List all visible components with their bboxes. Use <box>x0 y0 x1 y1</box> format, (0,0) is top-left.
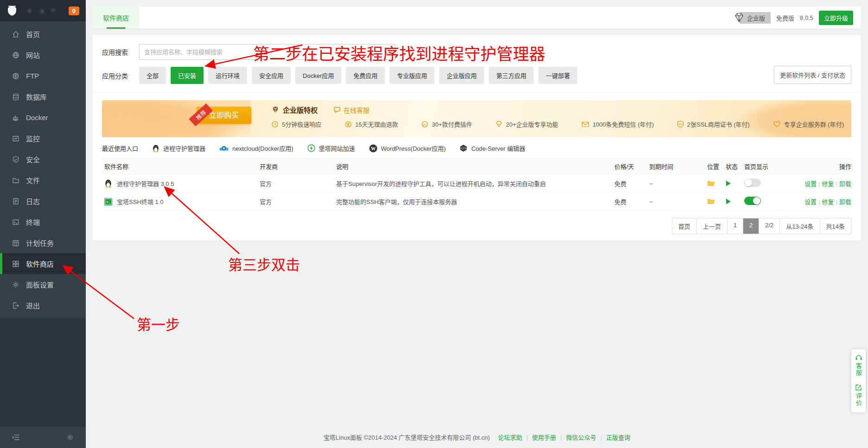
banner-right: 企业版特权 在线客服 5分钟极速响应 <box>271 105 844 128</box>
online-service-link[interactable]: 在线客服 <box>333 105 370 115</box>
category-one-click-deploy[interactable]: 一键部署 <box>538 67 577 84</box>
copyright-text: 宝塔Linux面板 ©2014-2024 广东堡塔安全技术有限公司 (bt.cn… <box>324 434 490 441</box>
category-enterprise-apps[interactable]: 企业版应用 <box>439 67 484 84</box>
running-play-icon[interactable] <box>726 198 744 205</box>
upgrade-now-button[interactable]: 立即升级 <box>819 11 853 25</box>
app-search-input[interactable] <box>139 44 396 60</box>
diamond-filled-icon <box>271 106 280 114</box>
logout-icon <box>12 302 19 309</box>
page-first[interactable]: 首页 <box>672 218 697 234</box>
sidebar-item-website[interactable]: 网站 <box>0 45 86 65</box>
repair-link[interactable]: 修复 <box>822 198 834 205</box>
blurred-server-name <box>22 7 58 14</box>
software-table: 软件名称 开发商 说明 价格/天 到期时间 位置 状态 首页显示 操作 进程守护… <box>102 158 851 211</box>
category-installed[interactable]: 已安装 <box>171 67 204 84</box>
category-pro-apps[interactable]: 专业版应用 <box>389 67 434 84</box>
category-free-apps[interactable]: 免费应用 <box>346 67 385 84</box>
sidebar-item-ftp[interactable]: FTP <box>0 65 86 86</box>
open-folder-icon[interactable] <box>707 198 726 205</box>
app-name[interactable]: 宝塔SSH终端 1.0 <box>117 197 163 206</box>
app-store-panel: 应用搜索 应用分类 全部 已安装 运行环境 安全应用 Docker应用 免费应用… <box>93 35 861 241</box>
update-software-list-button[interactable]: 更新软件列表 / 支付状态 <box>774 66 851 84</box>
manual-link[interactable]: 使用手册 <box>532 434 556 441</box>
recent-item-nextcloud[interactable]: nextcloud(Docker应用) <box>219 144 294 153</box>
sidebar-item-home[interactable]: 首页 <box>0 24 86 45</box>
page-1[interactable]: 1 <box>728 218 743 234</box>
page-prev[interactable]: 上一页 <box>697 218 728 234</box>
message-count-badge[interactable]: 0 <box>69 6 79 15</box>
recent-item-site-speed[interactable]: 堡塔网站加速 <box>307 144 355 153</box>
sidebar-item-monitor[interactable]: 监控 <box>0 128 86 149</box>
edit-pencil-icon <box>855 384 862 391</box>
calendar-icon <box>12 239 19 247</box>
running-play-icon[interactable] <box>726 180 744 186</box>
sidebar-item-cron[interactable]: 计划任务 <box>0 232 86 253</box>
table-row-supervisor[interactable]: 进程守护管理器 3.0.5 官方 基于Supervisor开发的进程守护工具，可… <box>102 174 851 192</box>
recent-label: 最近使用入口 <box>102 144 138 153</box>
app-name[interactable]: 进程守护管理器 3.0.5 <box>117 179 174 188</box>
forum-help-link[interactable]: 论坛求助 <box>498 434 522 441</box>
sidebar-item-app-store[interactable]: 软件商店 <box>0 253 86 274</box>
headset-icon <box>855 354 862 361</box>
genuine-check-link[interactable]: 正版查询 <box>606 434 630 441</box>
diamond-outline-icon <box>733 13 745 23</box>
category-all[interactable]: 全部 <box>139 67 166 84</box>
open-folder-icon[interactable] <box>707 180 726 187</box>
logo-bar: 0 <box>0 0 86 21</box>
uninstall-link[interactable]: 卸载 <box>839 180 851 187</box>
wechat-link[interactable]: 微信公众号 <box>566 434 596 441</box>
recent-item-code-server[interactable]: </> Code-Server 编辑器 <box>460 144 525 153</box>
home-display-toggle[interactable] <box>744 179 761 187</box>
sidebar-item-logs[interactable]: 日志 <box>0 191 86 211</box>
main-area: 软件商店 企业版 免费版 8.0.5 立即升级 应用搜索 <box>86 0 868 448</box>
log-document-icon <box>12 198 19 205</box>
enterprise-privilege-title[interactable]: 企业版特权 <box>271 105 318 115</box>
settings-link[interactable]: 设置 <box>804 180 817 187</box>
version-number: 8.0.5 <box>800 14 813 21</box>
recent-item-supervisor[interactable]: 进程守护管理器 <box>152 144 205 153</box>
search-icon[interactable] <box>384 48 392 56</box>
sidebar-item-database[interactable]: 数据库 <box>0 86 86 107</box>
sidebar-item-docker[interactable]: Docker <box>0 107 86 128</box>
envelope-icon <box>581 121 589 128</box>
recent-entries-row: 最近使用入口 进程守护管理器 nextcloud(Docker应用) 堡塔网站加… <box>102 144 851 153</box>
sidebar-item-files[interactable]: 文件 <box>0 170 86 191</box>
search-row: 应用搜索 <box>102 44 851 60</box>
customer-service-button[interactable]: 客服 <box>854 354 863 377</box>
developer: 官方 <box>260 179 336 188</box>
svg-text:SSL: SSL <box>678 123 683 125</box>
pagination-wrap: 首页 上一页 1 2 2/2 从13-24条 共14条 <box>102 218 851 234</box>
tab-bar: 软件商店 企业版 免费版 8.0.5 立即升级 <box>93 6 861 29</box>
collapse-sidebar-icon[interactable] <box>12 434 20 441</box>
enterprise-edition-badge[interactable]: 企业版 <box>733 12 771 24</box>
home-display-toggle[interactable] <box>744 197 761 205</box>
category-docker-apps[interactable]: Docker应用 <box>295 67 341 84</box>
svg-text:</>: </> <box>461 147 466 150</box>
settings-link[interactable]: 设置 <box>804 198 817 205</box>
page-range[interactable]: 从13-24条 <box>780 218 820 234</box>
grid-store-icon <box>12 260 19 268</box>
uninstall-link[interactable]: 卸载 <box>839 198 851 205</box>
review-button[interactable]: 评价 <box>854 384 863 407</box>
current-edition-label: 免费版 <box>776 13 794 22</box>
refund-icon <box>345 121 352 128</box>
sidebar-item-logout[interactable]: 退出 <box>0 295 86 316</box>
repair-link[interactable]: 修复 <box>822 180 834 187</box>
category-runtime[interactable]: 运行环境 <box>208 67 247 84</box>
sidebar-item-security[interactable]: 安全 <box>0 149 86 170</box>
sidebar-bottom-bar <box>0 427 86 448</box>
recent-item-wordpress[interactable]: W WordPress(Docker应用) <box>369 144 446 153</box>
category-security-apps[interactable]: 安全应用 <box>252 67 291 84</box>
footer: 宝塔Linux面板 ©2014-2024 广东堡塔安全技术有限公司 (bt.cn… <box>86 433 868 442</box>
page-2-current[interactable]: 2 <box>743 218 759 234</box>
expire-time: -- <box>649 180 707 187</box>
globe-icon <box>12 51 19 59</box>
sidebar-item-terminal[interactable]: 终端 <box>0 211 86 232</box>
sidebar-item-panel-settings[interactable]: 面板设置 <box>0 274 86 295</box>
category-third-party[interactable]: 第三方应用 <box>489 67 534 84</box>
tab-app-store[interactable]: 软件商店 <box>93 6 139 29</box>
table-row-ssh-terminal[interactable]: >_ 宝塔SSH终端 1.0 官方 完整功能的SSH客户端，仅用于连接本服务器 … <box>102 192 851 211</box>
sidebar-settings-gear-icon[interactable] <box>66 434 74 441</box>
terminal-icon <box>12 218 19 226</box>
database-icon <box>12 93 19 101</box>
